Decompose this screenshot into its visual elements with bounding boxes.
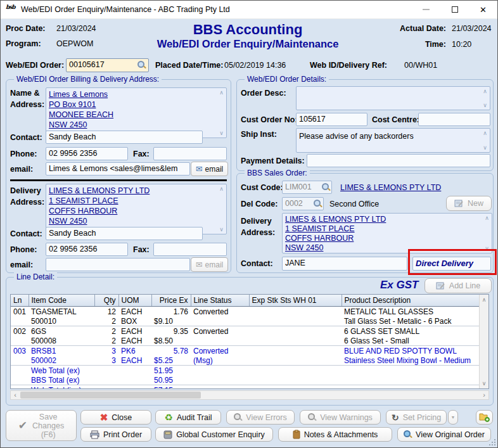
order-search-icon[interactable] <box>137 61 146 69</box>
email-button-label: email <box>205 260 224 269</box>
app-logo-icon: bsb <box>6 4 16 15</box>
billing-address-line[interactable]: Limes & Lemons <box>49 89 224 99</box>
view-errors-button[interactable]: View Errors <box>226 410 295 425</box>
delivery-fax-input[interactable] <box>153 243 227 256</box>
cust-order-no-input[interactable]: 105617 <box>296 113 367 126</box>
new-button[interactable]: New <box>446 196 492 211</box>
col-exp-stk[interactable]: Exp Stk Sts WH 01 <box>249 295 342 307</box>
cell-desc: BLUE AND RED SPOTTY BOWL <box>342 346 480 356</box>
set-pricing-dropdown-button[interactable]: ▼ <box>448 410 458 425</box>
delivery-address-line[interactable]: 1 SEAMIST PLACE <box>49 196 224 206</box>
scroll-left-icon[interactable]: ‹ <box>11 391 20 399</box>
window-title: Web/EDI Order Enquiry/Maintenance - ABC … <box>21 5 230 14</box>
cell-exp <box>249 385 342 390</box>
line-detail-table: Ln Item Code Qty UOM Price Ex Line Statu… <box>10 294 489 389</box>
delivery-email-input[interactable] <box>46 258 190 271</box>
delivery-phone-input[interactable]: 02 9956 2356 <box>46 243 128 256</box>
name-address-label2: Address: <box>10 100 44 109</box>
cust-code-search-icon[interactable] <box>322 183 330 191</box>
table-row[interactable]: 500008 2 EACH $8.50 6 Glass Set - Small <box>11 336 480 346</box>
col-product-desc[interactable]: Product Description <box>342 295 480 307</box>
scroll-up-icon[interactable]: ∧ <box>481 88 489 94</box>
set-pricing-button[interactable]: ↻ Set Pricing <box>386 410 447 425</box>
so-delivery-line[interactable]: COFFS HARBOUR <box>285 234 489 243</box>
col-price-ex[interactable]: Price Ex <box>151 295 191 307</box>
scroll-up-icon[interactable]: ∧ <box>480 297 488 303</box>
billing-phone-input[interactable]: 02 9956 2356 <box>46 147 128 160</box>
table-row[interactable]: 001 TGASMETAL 12 EACH 1.76 Converted MET… <box>11 307 480 317</box>
table-row[interactable]: 500010 2 BOX $9.10 Tall Glass Set - Meta… <box>11 316 480 326</box>
col-qty[interactable]: Qty <box>94 295 118 307</box>
so-delivery-line[interactable]: LIMES & LEMONS PTY LTD <box>285 215 489 224</box>
table-row[interactable]: 002 6GS 2 EACH 9.35 Converted 6 GLASS SE… <box>11 326 480 336</box>
scrollbar-thumb[interactable] <box>20 392 201 399</box>
scroll-up-icon[interactable]: ∧ <box>217 89 226 96</box>
scroll-down-icon[interactable]: ∨ <box>217 226 226 233</box>
close-window-button[interactable]: ✕ <box>469 1 497 19</box>
view-original-order-button[interactable]: View Original Order <box>397 427 491 442</box>
col-line-status[interactable]: Line Status <box>191 295 249 307</box>
open-folder-button[interactable] <box>476 410 493 425</box>
delivery-email-button[interactable]: ✉ email <box>191 257 228 272</box>
col-item-code[interactable]: Item Code <box>29 295 94 307</box>
cust-code-link[interactable]: LIMES & LEMONS PTY LTD <box>340 182 441 193</box>
so-delivery-address-box[interactable]: LIMES & LEMONS PTY LTD 1 SEAMIST PLACE C… <box>282 213 492 253</box>
table-row[interactable]: 500002 3 EACH $5.25 (Msg) Stainless Stee… <box>11 355 480 366</box>
table-row[interactable]: 003 BRSB1 3 PK6 5.78 Converted BLUE AND … <box>11 346 480 356</box>
billing-address-line[interactable]: MOONEE BEACH <box>49 110 224 120</box>
cell-qty: 2 <box>94 336 118 346</box>
col-ln[interactable]: Ln <box>11 295 29 307</box>
save-changes-button[interactable]: ✔ Save Changes (F6) <box>6 410 77 441</box>
maximize-icon <box>452 6 458 13</box>
scroll-down-icon[interactable]: ∨ <box>481 144 489 151</box>
so-contact-input[interactable]: JANE <box>282 257 407 271</box>
program-value: OEPWOM <box>56 39 93 48</box>
delivery-address-line[interactable]: NSW 2450 <box>49 216 224 226</box>
view-errors-magnifier-icon <box>234 413 242 421</box>
scroll-down-icon[interactable]: ∨ <box>217 130 226 136</box>
cell-price: 1.76 <box>151 307 191 317</box>
billing-address-line[interactable]: NSW 2450 <box>49 120 224 130</box>
cell-desc <box>342 385 480 390</box>
scroll-down-icon[interactable]: ∨ <box>481 102 489 108</box>
delivery-address-line[interactable]: LIMES & LEMONS PTY LTD <box>49 186 224 196</box>
ship-inst-box[interactable]: Please advise of any backorders ∧ ∨ <box>296 128 490 153</box>
billing-email-button[interactable]: ✉ email <box>191 162 228 176</box>
notes-attachments-button[interactable]: Notes & Attachments <box>278 427 392 442</box>
webedi-order-input[interactable]: 00105617 <box>66 58 149 72</box>
webid-ref-label: Web ID/Delivery Ref: <box>310 61 387 70</box>
scroll-up-icon[interactable]: ∧ <box>483 215 491 221</box>
delivery-contact-input[interactable]: Sandy Beach <box>46 227 203 240</box>
total-label: BBS Total (ex) <box>29 375 151 385</box>
del-code-search-icon[interactable] <box>314 200 322 208</box>
view-original-order-label: View Original Order <box>416 430 485 439</box>
print-order-button[interactable]: Print Order <box>80 427 151 442</box>
delivery-address-line[interactable]: COFFS HARBOUR <box>49 206 224 216</box>
horizontal-scrollbar[interactable]: ‹ › <box>10 390 489 400</box>
scroll-down-icon[interactable]: ∨ <box>480 380 488 387</box>
billing-contact-input[interactable]: Sandy Beach <box>46 131 203 144</box>
order-desc-box[interactable]: ∧ ∨ <box>296 86 490 110</box>
audit-trail-button[interactable]: ♻ Audit Trail <box>155 410 221 425</box>
cost-centre-input[interactable] <box>418 113 490 126</box>
billing-address-line[interactable]: PO Box 9101 <box>49 99 224 110</box>
global-customer-enquiry-button[interactable]: Global Customer Enquiry <box>155 427 273 442</box>
placed-datetime-label: Placed Date/Time: <box>155 61 223 70</box>
close-button[interactable]: ✖ Close <box>80 410 151 425</box>
so-delivery-line[interactable]: 1 SEAMIST PLACE <box>285 224 489 234</box>
cell-status <box>191 366 249 376</box>
view-warnings-button[interactable]: View Warnings <box>300 410 381 425</box>
scroll-up-icon[interactable]: ∧ <box>481 130 489 136</box>
scroll-right-icon[interactable]: › <box>480 391 488 399</box>
billing-email-label: email: <box>10 165 33 174</box>
add-line-button[interactable]: Add Line <box>425 278 492 293</box>
payment-details-input[interactable] <box>307 154 490 167</box>
resize-grip[interactable] <box>489 439 495 445</box>
scroll-up-icon[interactable]: ∧ <box>217 186 226 192</box>
vertical-scrollbar[interactable]: ∧ ∨ <box>479 295 488 388</box>
col-uom[interactable]: UOM <box>118 295 151 307</box>
minimize-button[interactable] <box>412 1 440 19</box>
billing-fax-input[interactable] <box>153 147 227 160</box>
billing-email-input[interactable]: Limes & Lemons <sales@limes&lem <box>46 162 190 176</box>
maximize-button[interactable] <box>440 1 469 19</box>
